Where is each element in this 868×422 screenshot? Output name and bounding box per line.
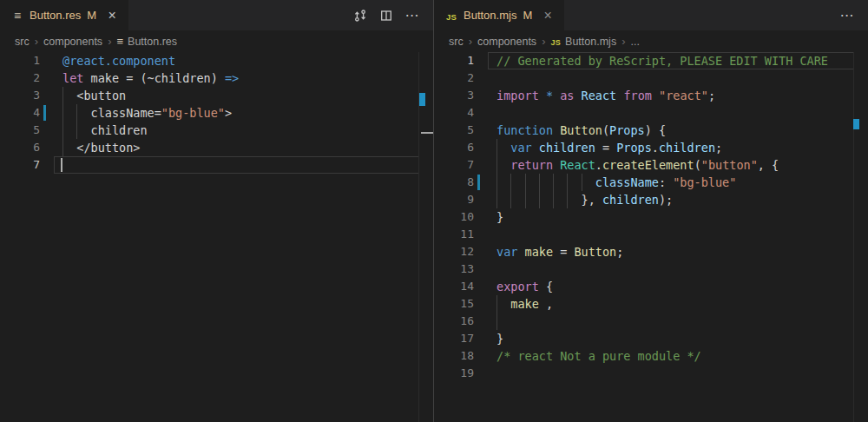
indent-guide	[62, 87, 63, 104]
javascript-file-icon: JS	[444, 8, 459, 23]
line-number[interactable]: 6	[434, 139, 488, 156]
code-token	[553, 89, 560, 102]
breadcrumb-item-src[interactable]: src	[449, 36, 464, 48]
line-number[interactable]: 5	[434, 122, 488, 139]
breadcrumb-item-file[interactable]: Button.res	[128, 36, 177, 48]
code-line[interactable]: 2let make = (~children) =>	[0, 69, 433, 87]
code-line[interactable]: 3<button	[0, 87, 433, 104]
code-line[interactable]: 1@react.component	[0, 52, 433, 69]
more-actions-icon[interactable]: ⋯	[404, 8, 420, 23]
open-changes-icon[interactable]	[352, 8, 368, 23]
close-icon[interactable]: ×	[104, 8, 120, 23]
indent-guide	[62, 104, 63, 122]
code-line[interactable]: 6</button>	[0, 139, 433, 156]
line-number[interactable]: 17	[434, 330, 488, 347]
line-number[interactable]: 12	[434, 243, 488, 260]
code-line[interactable]: 17}	[434, 330, 868, 347]
overview-ruler-modified-marker	[853, 119, 859, 129]
code-token: .	[595, 158, 602, 172]
line-number[interactable]: 9	[434, 191, 488, 208]
code-token: , {	[758, 158, 779, 172]
code-line[interactable]: 13	[434, 260, 868, 278]
indent-guide	[525, 191, 526, 208]
code-token: import	[496, 89, 539, 102]
line-number[interactable]: 1	[0, 52, 54, 69]
code-line[interactable]: 11	[434, 226, 868, 243]
code-line[interactable]: 5function Button(Props) {	[434, 122, 868, 139]
indent-guide	[567, 191, 568, 208]
code-line[interactable]: 14export {	[434, 278, 868, 295]
code-line[interactable]: 18/* react Not a pure module */	[434, 347, 868, 365]
line-number[interactable]: 13	[434, 260, 488, 278]
line-number[interactable]: 5	[0, 122, 54, 139]
code-line[interactable]: 10}	[434, 208, 868, 226]
code-line-content	[54, 156, 433, 174]
code-line[interactable]: 19	[434, 365, 868, 382]
code-line[interactable]: 2	[434, 69, 868, 87]
breadcrumb-item-components[interactable]: components	[43, 36, 102, 48]
code-line[interactable]: 8className: "bg-blue"	[434, 174, 868, 191]
line-number[interactable]: 6	[0, 139, 54, 156]
code-line[interactable]: 5children	[0, 122, 433, 139]
code-token: let	[62, 71, 83, 85]
line-number[interactable]: 3	[434, 87, 488, 104]
code-line-content: var children = Props.children;	[488, 139, 868, 156]
code-line[interactable]: 9}, children);	[434, 191, 868, 208]
breadcrumb-item-src[interactable]: src	[15, 36, 30, 48]
chevron-right-icon: ›	[108, 35, 111, 48]
code-token: function	[496, 123, 553, 137]
line-number[interactable]: 18	[434, 347, 488, 365]
close-icon[interactable]: ×	[540, 8, 556, 23]
line-number[interactable]: 2	[434, 69, 488, 87]
code-line[interactable]: 7	[0, 156, 433, 174]
code-token	[553, 158, 560, 172]
tab-button-mjs[interactable]: JS Button.mjs M ×	[434, 0, 564, 30]
code-token: ,	[539, 297, 553, 311]
tab-button-res[interactable]: ≡ Button.res M ×	[0, 0, 128, 30]
code-token	[553, 123, 560, 137]
code-line[interactable]: 1// Generated by ReScript, PLEASE EDIT W…	[434, 52, 868, 69]
code-line[interactable]: 7return React.createElement("button", {	[434, 156, 868, 174]
code-line[interactable]: 3import * as React from "react";	[434, 87, 868, 104]
indent-guide	[510, 191, 511, 208]
code-token: Props	[616, 141, 652, 155]
code-line[interactable]: 6var children = Props.children;	[434, 139, 868, 156]
code-token	[539, 89, 546, 102]
line-number[interactable]: 7	[0, 156, 54, 174]
code-line[interactable]: 12var make = Button;	[434, 243, 868, 260]
indent-guide	[496, 313, 497, 330]
line-number[interactable]: 2	[0, 69, 54, 87]
indent-guide	[62, 139, 63, 156]
modified-badge: M	[87, 9, 96, 22]
code-token: as	[560, 89, 574, 102]
line-number[interactable]: 1	[434, 52, 488, 69]
breadcrumb-item-components[interactable]: components	[477, 36, 536, 48]
code-line[interactable]: 4	[434, 104, 868, 122]
line-number[interactable]: 19	[434, 365, 488, 382]
split-editor-icon[interactable]	[378, 8, 394, 23]
code-editor-left[interactable]: 1@react.component2let make = (~children)…	[0, 52, 433, 422]
code-line-content: }, children);	[488, 191, 868, 208]
line-number[interactable]: 16	[434, 313, 488, 330]
code-token: React	[560, 158, 595, 172]
line-number[interactable]: 10	[434, 208, 488, 226]
chevron-right-icon: ›	[469, 35, 472, 48]
code-line[interactable]: 4className="bg-blue">	[0, 104, 433, 122]
rescript-file-icon: ≡	[10, 8, 25, 23]
line-number[interactable]: 3	[0, 87, 54, 104]
line-number[interactable]: 15	[434, 295, 488, 313]
breadcrumb-item-symbol-path[interactable]: ...	[630, 36, 639, 48]
line-number[interactable]: 14	[434, 278, 488, 295]
code-editor-right[interactable]: 1// Generated by ReScript, PLEASE EDIT W…	[434, 52, 868, 422]
breadcrumb-item-file[interactable]: Button.mjs	[565, 36, 616, 48]
code-line[interactable]: 15make ,	[434, 295, 868, 313]
line-number[interactable]: 4	[434, 104, 488, 122]
code-line[interactable]: 16	[434, 313, 868, 330]
chevron-right-icon: ›	[35, 35, 38, 48]
line-number[interactable]: 7	[434, 156, 488, 174]
code-line-content: className: "bg-blue"	[488, 174, 868, 191]
code-token: make	[525, 245, 554, 259]
more-actions-icon[interactable]: ⋯	[839, 8, 855, 23]
line-number[interactable]: 11	[434, 226, 488, 243]
indent-guide	[496, 174, 497, 191]
